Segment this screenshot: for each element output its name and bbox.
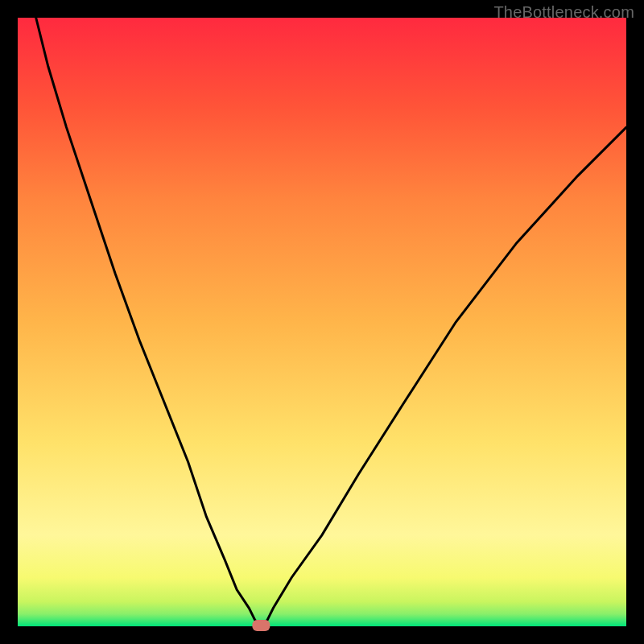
bottleneck-chart [0, 0, 644, 644]
optimal-marker [252, 620, 270, 631]
chart-frame: TheBottleneck.com [0, 0, 644, 644]
watermark-text: TheBottleneck.com [493, 3, 634, 22]
